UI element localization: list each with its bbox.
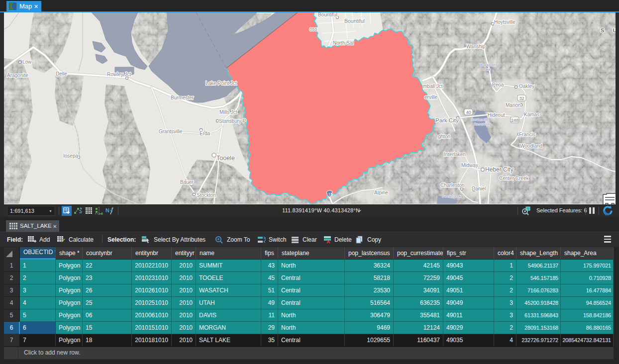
svg-text:Tooele: Tooele — [216, 155, 235, 162]
svg-text:Rowley Jct: Rowley Jct — [107, 72, 131, 77]
svg-text:Bauer: Bauer — [180, 180, 194, 185]
svg-text:Stansbury P: Stansbury P — [219, 118, 246, 124]
svg-text:Iosepa: Iosepa — [63, 153, 78, 159]
svg-text:mball Jct: mball Jct — [423, 84, 443, 89]
svg-text:Marion: Marion — [506, 102, 521, 108]
svg-text:Center Creek: Center Creek — [499, 176, 529, 181]
svg-text:Low: Low — [22, 59, 32, 65]
svg-text:Daniel: Daniel — [472, 186, 486, 191]
svg-text:Peoa: Peoa — [492, 82, 504, 88]
svg-text:248: 248 — [511, 118, 518, 123]
svg-text:Mills Jct: Mills Jct — [219, 109, 237, 115]
svg-text:Francis: Francis — [519, 132, 535, 137]
svg-text:Bountiful: Bountiful — [344, 18, 365, 24]
svg-text:Interlaken: Interlaken — [444, 152, 466, 157]
svg-text:Deer Creek: Deer Creek — [442, 194, 461, 198]
svg-text:oss: oss — [310, 26, 317, 32]
svg-text:Stockton: Stockton — [197, 192, 216, 198]
svg-text:Wanship: Wanship — [466, 44, 486, 49]
svg-text:ghton: ghton — [438, 134, 450, 139]
svg-text:15: 15 — [328, 192, 332, 196]
svg-text:Erda: Erda — [200, 131, 210, 136]
svg-text:Lake Point Jct: Lake Point Jct — [206, 81, 237, 86]
svg-text:Delle: Delle — [56, 71, 67, 77]
svg-text:North Sal: North Sal — [333, 40, 354, 46]
svg-text:Bountiful: Bountiful — [318, 12, 337, 17]
svg-text:Lake: Lake — [483, 67, 491, 72]
svg-text:Aragonite: Aragonite — [7, 73, 28, 78]
svg-text:Hoytsville: Hoytsville — [494, 19, 516, 25]
svg-text:Kamas: Kamas — [524, 112, 539, 117]
svg-text:Rockport: Rockport — [480, 63, 496, 67]
svg-text:Reservoir: Reservoir — [474, 122, 490, 126]
svg-text:Heber City: Heber City — [485, 166, 514, 173]
svg-text:Charleston: Charleston — [440, 182, 464, 188]
svg-text:Woodland: Woodland — [520, 143, 542, 149]
svg-text:Jordanelle: Jordanelle — [471, 117, 489, 122]
svg-text:40: 40 — [466, 110, 471, 115]
svg-text:Park City: Park City — [435, 117, 459, 123]
svg-text:Midway: Midway — [461, 163, 478, 168]
svg-text:Oakley: Oakley — [519, 84, 534, 89]
svg-text:Hideout: Hideout — [488, 112, 505, 118]
svg-text:erville: erville — [424, 94, 438, 100]
svg-text:32: 32 — [519, 96, 524, 101]
svg-text:N: N — [105, 207, 109, 213]
svg-text:Burmester: Burmester — [171, 95, 194, 100]
svg-text:Grantsville: Grantsville — [159, 129, 183, 134]
svg-text:Alpine: Alpine — [374, 190, 388, 195]
svg-text:S U: S U — [601, 27, 616, 33]
